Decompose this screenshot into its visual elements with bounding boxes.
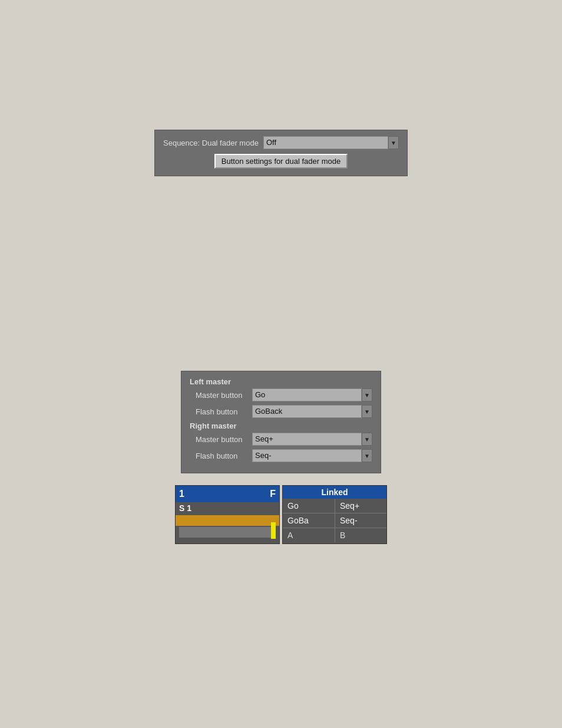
right-flash-button-label: Flash button <box>190 452 249 460</box>
preview-row: 1 F S 1 Linked Go Seq+ GoBa Seq- A B <box>175 485 387 544</box>
dual-fader-label: Sequence: Dual fader mode <box>163 139 259 147</box>
dual-fader-dropdown-field[interactable]: Off <box>263 136 388 149</box>
right-master-button-label: Master button <box>190 435 249 444</box>
left-master-button-arrow[interactable] <box>362 388 372 401</box>
fader-s-number: 1 <box>187 503 191 513</box>
linked-cell-go: Go <box>283 499 335 513</box>
right-flash-button-field[interactable]: Seq- <box>252 449 362 462</box>
right-master-title: Right master <box>190 421 372 430</box>
left-flash-button-field[interactable]: GoBack <box>252 405 362 418</box>
fader-top-bar: 1 F <box>176 486 279 502</box>
linked-cell-goba: GoBa <box>283 513 335 528</box>
right-master-button-field[interactable]: Seq+ <box>252 433 362 446</box>
right-flash-button-dropdown-wrapper: Seq- <box>252 449 372 462</box>
fader-amber-bar <box>176 515 279 526</box>
left-master-button-dropdown-wrapper: Go <box>252 388 372 401</box>
settings-panel: Left master Master button Go Flash butto… <box>181 371 381 473</box>
fader-yellow-indicator <box>271 522 276 539</box>
left-master-button-field[interactable]: Go <box>252 388 362 401</box>
left-master-title: Left master <box>190 377 372 386</box>
left-master-button-label: Master button <box>190 391 249 400</box>
page-container: Sequence: Dual fader mode Off Button set… <box>0 0 562 728</box>
linked-header: Linked <box>283 486 386 499</box>
linked-cell-seqplus: Seq+ <box>335 499 386 513</box>
right-master-button-row: Master button Seq+ <box>190 433 372 446</box>
linked-grid: Go Seq+ GoBa Seq- A B <box>283 499 386 542</box>
right-flash-button-row: Flash button Seq- <box>190 449 372 462</box>
left-flash-button-label: Flash button <box>190 407 249 416</box>
fader-f-label: F <box>270 489 276 499</box>
left-master-button-row: Master button Go <box>190 388 372 401</box>
right-master-button-dropdown-wrapper: Seq+ <box>252 433 372 446</box>
dual-fader-dropdown-arrow[interactable] <box>388 136 399 149</box>
fader-preview: 1 F S 1 <box>175 485 280 544</box>
right-flash-button-arrow[interactable] <box>362 449 372 462</box>
dual-fader-row: Sequence: Dual fader mode Off <box>163 136 399 149</box>
dual-fader-panel: Sequence: Dual fader mode Off Button set… <box>154 130 408 176</box>
left-flash-button-arrow[interactable] <box>362 405 372 418</box>
dual-fader-dropdown-wrapper: Off <box>263 136 399 149</box>
fader-number: 1 <box>179 489 184 499</box>
fader-s-label: S <box>179 503 184 513</box>
fader-s-row: S 1 <box>176 502 279 514</box>
left-flash-button-dropdown-wrapper: GoBack <box>252 405 372 418</box>
linked-cell-a: A <box>283 528 335 542</box>
fader-gray-bar <box>179 527 276 538</box>
linked-preview: Linked Go Seq+ GoBa Seq- A B <box>282 485 387 544</box>
btn-settings-dual-fader[interactable]: Button settings for dual fader mode <box>214 154 348 169</box>
left-flash-button-row: Flash button GoBack <box>190 405 372 418</box>
right-master-button-arrow[interactable] <box>362 433 372 446</box>
linked-cell-seqminus: Seq- <box>335 513 386 528</box>
linked-cell-b: B <box>335 528 386 542</box>
